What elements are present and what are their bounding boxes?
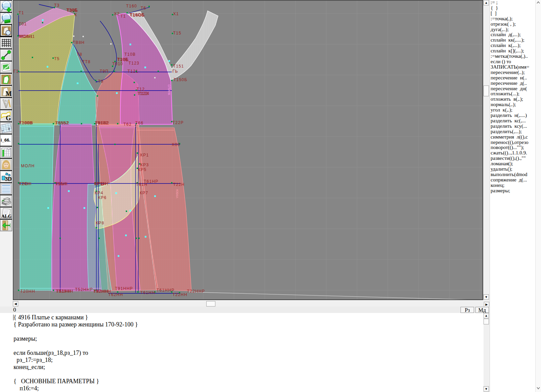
- svg-text:Т92НН: Т92НН: [94, 289, 109, 294]
- svg-text:Т22НН: Т22НН: [172, 292, 187, 297]
- svg-text:Т22Р: Т22Р: [172, 120, 184, 125]
- svg-text:Т10В: Т10В: [124, 52, 136, 57]
- svg-text:Т160: Т160: [126, 4, 137, 8]
- svg-text:КР3: КР3: [140, 163, 149, 167]
- svg-text:Т010: Т010: [112, 62, 123, 66]
- svg-text:Т8: Т8: [77, 52, 82, 57]
- svg-text:КР4: КР4: [95, 191, 103, 195]
- svg-text:К: К: [74, 13, 77, 17]
- svg-text:Т151: Т151: [173, 64, 184, 69]
- svg-text:Т20НН: Т20НН: [20, 289, 35, 294]
- svg-text:Т124: Т124: [139, 91, 149, 96]
- svg-text:Т123: Т123: [128, 61, 139, 66]
- svg-text:КР2Н: КР2Н: [95, 181, 107, 186]
- svg-text:Т5: Т5: [54, 56, 60, 61]
- svg-text:КР6: КР6: [98, 195, 107, 200]
- svg-text:Т6: Т6: [141, 6, 146, 10]
- svg-text:Т66: Т66: [135, 121, 143, 125]
- svg-text:Т12: Т12: [137, 87, 145, 92]
- svg-text:G: G: [6, 114, 11, 121]
- svg-text:Т61Н: Т61Н: [136, 182, 147, 187]
- svg-text:Т9Б92: Т9Б92: [95, 121, 109, 125]
- svg-text:МОЛН: МОЛН: [21, 164, 35, 168]
- svg-text:ТТ8: ТТ8: [82, 59, 91, 64]
- svg-text:Т61НН: Т61НН: [140, 290, 155, 295]
- svg-text:Т62: Т62: [123, 122, 132, 127]
- svg-text:Т100В: Т100В: [19, 121, 33, 125]
- svg-text:Х1: Х1: [173, 11, 179, 16]
- svg-text:ALG: ALG: [1, 214, 11, 219]
- svg-text:Т22ННР: Т22ННР: [187, 289, 205, 294]
- svg-text:Т9П: Т9П: [100, 69, 109, 74]
- svg-text:Т01: Т01: [19, 22, 27, 26]
- svg-text:Т30Б: Т30Б: [67, 8, 78, 13]
- svg-text:СПИНК: СПИНК: [167, 84, 171, 95]
- svg-text:Т16ОБ: Т16ОБ: [130, 13, 145, 18]
- svg-text:M: M: [5, 90, 11, 97]
- svg-text:Т1: Т1: [19, 10, 24, 15]
- svg-text:Т62НН: Т62НН: [108, 292, 123, 297]
- svg-text:ГЬ: ГЬ: [172, 69, 178, 74]
- svg-text:A: A: [4, 103, 6, 104]
- svg-text:Т5ЬН: Т5ЬН: [56, 181, 68, 186]
- svg-text:КР5: КР5: [138, 167, 146, 172]
- svg-text:КР7: КР7: [140, 191, 148, 195]
- svg-text:Т150Б: Т150Б: [173, 77, 187, 82]
- svg-text:МОБ1: МОБ1: [20, 34, 33, 39]
- svg-text:Т9: Т9: [98, 79, 103, 84]
- svg-text:Т2ОН: Т2ОН: [19, 181, 32, 186]
- svg-text:Т121: Т121: [127, 69, 138, 74]
- svg-text:Г1: Г1: [14, 69, 19, 74]
- svg-text:Т3: Т3: [54, 3, 60, 8]
- svg-text:Т51НН: Т51НН: [56, 289, 71, 294]
- svg-text:Т22Н: Т22Н: [173, 182, 185, 187]
- svg-text:КР8: КР8: [96, 221, 104, 225]
- svg-text:Х2: Х2: [114, 11, 120, 16]
- svg-text:7: 7: [2, 129, 4, 133]
- svg-text:Т61ННР: Т61ННР: [157, 288, 174, 293]
- svg-text:Т91ННР: Т91ННР: [115, 286, 133, 291]
- svg-text:Т5552: Т5552: [56, 121, 69, 125]
- svg-text:3D: 3D: [5, 176, 11, 182]
- svg-text:8: 8: [8, 127, 10, 131]
- svg-text:ЮБКА: ЮБКА: [175, 189, 179, 198]
- svg-text:Т52ННР: Т52ННР: [75, 287, 93, 292]
- svg-text:Х00: Х00: [172, 142, 180, 147]
- svg-text:ТВ8Н: ТВ8Н: [73, 40, 85, 45]
- svg-text:КР1: КР1: [140, 153, 149, 157]
- svg-text:Т15: Т15: [173, 31, 181, 35]
- svg-text:Т1: Т1: [120, 14, 126, 19]
